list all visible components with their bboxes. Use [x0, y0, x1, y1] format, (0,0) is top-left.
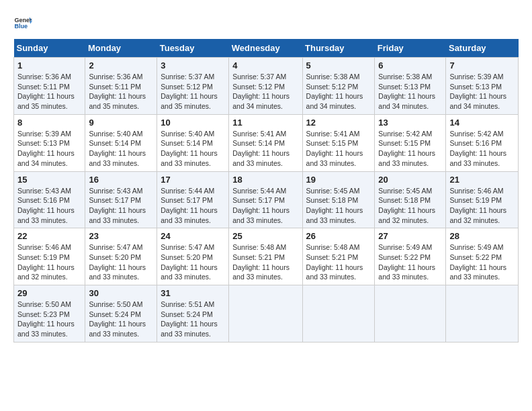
- calendar-cell: 24Sunrise: 5:47 AM Sunset: 5:20 PM Dayli…: [157, 228, 229, 285]
- day-info: Sunrise: 5:50 AM Sunset: 5:24 PM Dayligh…: [89, 300, 153, 339]
- weekday-header: Monday: [85, 39, 157, 58]
- weekday-header: Friday: [375, 39, 446, 58]
- calendar-cell: 8Sunrise: 5:39 AM Sunset: 5:13 PM Daylig…: [14, 114, 85, 171]
- calendar-cell: 21Sunrise: 5:46 AM Sunset: 5:19 PM Dayli…: [446, 171, 519, 228]
- calendar-cell: 18Sunrise: 5:44 AM Sunset: 5:17 PM Dayli…: [229, 171, 302, 228]
- day-info: Sunrise: 5:37 AM Sunset: 5:12 PM Dayligh…: [161, 72, 225, 111]
- day-info: Sunrise: 5:45 AM Sunset: 5:18 PM Dayligh…: [306, 186, 371, 226]
- calendar-cell: 11Sunrise: 5:41 AM Sunset: 5:14 PM Dayli…: [229, 114, 302, 171]
- day-number: 13: [378, 118, 442, 128]
- day-number: 21: [449, 175, 515, 185]
- day-info: Sunrise: 5:39 AM Sunset: 5:13 PM Dayligh…: [449, 72, 515, 111]
- empty-cell: [375, 285, 446, 342]
- calendar-cell: 19Sunrise: 5:45 AM Sunset: 5:18 PM Dayli…: [302, 171, 375, 228]
- calendar-cell: 14Sunrise: 5:42 AM Sunset: 5:16 PM Dayli…: [446, 114, 519, 171]
- calendar-cell: 31Sunrise: 5:51 AM Sunset: 5:24 PM Dayli…: [157, 285, 229, 342]
- day-number: 23: [89, 231, 153, 241]
- day-info: Sunrise: 5:50 AM Sunset: 5:23 PM Dayligh…: [17, 300, 81, 339]
- calendar-cell: 17Sunrise: 5:44 AM Sunset: 5:17 PM Dayli…: [157, 171, 229, 228]
- calendar-cell: 25Sunrise: 5:48 AM Sunset: 5:21 PM Dayli…: [229, 228, 302, 285]
- day-number: 31: [161, 288, 225, 298]
- calendar-cell: 12Sunrise: 5:41 AM Sunset: 5:15 PM Dayli…: [302, 114, 375, 171]
- day-number: 6: [378, 60, 442, 71]
- calendar-cell: 23Sunrise: 5:47 AM Sunset: 5:20 PM Dayli…: [85, 228, 157, 285]
- day-info: Sunrise: 5:47 AM Sunset: 5:20 PM Dayligh…: [89, 242, 153, 282]
- day-info: Sunrise: 5:43 AM Sunset: 5:17 PM Dayligh…: [89, 186, 153, 226]
- calendar-cell: 13Sunrise: 5:42 AM Sunset: 5:15 PM Dayli…: [375, 114, 446, 171]
- day-number: 25: [232, 231, 298, 241]
- day-info: Sunrise: 5:46 AM Sunset: 5:19 PM Dayligh…: [449, 186, 515, 226]
- day-number: 10: [161, 118, 225, 128]
- calendar-cell: 10Sunrise: 5:40 AM Sunset: 5:14 PM Dayli…: [157, 114, 229, 171]
- calendar-cell: 3Sunrise: 5:37 AM Sunset: 5:12 PM Daylig…: [157, 58, 229, 115]
- logo: General Blue: [13, 13, 32, 32]
- day-number: 20: [378, 175, 442, 185]
- day-number: 2: [89, 60, 153, 71]
- day-number: 12: [306, 118, 371, 128]
- empty-cell: [446, 285, 519, 342]
- day-info: Sunrise: 5:44 AM Sunset: 5:17 PM Dayligh…: [161, 186, 225, 226]
- calendar-table: SundayMondayTuesdayWednesdayThursdayFrid…: [13, 39, 519, 342]
- day-info: Sunrise: 5:42 AM Sunset: 5:16 PM Dayligh…: [449, 129, 515, 169]
- calendar-cell: 1Sunrise: 5:36 AM Sunset: 5:11 PM Daylig…: [14, 58, 85, 115]
- calendar-cell: 5Sunrise: 5:38 AM Sunset: 5:12 PM Daylig…: [302, 58, 375, 115]
- calendar-cell: 7Sunrise: 5:39 AM Sunset: 5:13 PM Daylig…: [446, 58, 519, 115]
- calendar-cell: 29Sunrise: 5:50 AM Sunset: 5:23 PM Dayli…: [14, 285, 85, 342]
- day-number: 3: [161, 60, 225, 71]
- calendar-cell: 27Sunrise: 5:49 AM Sunset: 5:22 PM Dayli…: [375, 228, 446, 285]
- weekday-header: Thursday: [302, 39, 375, 58]
- day-info: Sunrise: 5:48 AM Sunset: 5:21 PM Dayligh…: [232, 242, 298, 282]
- day-info: Sunrise: 5:37 AM Sunset: 5:12 PM Dayligh…: [232, 72, 298, 111]
- day-number: 22: [17, 231, 81, 241]
- day-info: Sunrise: 5:38 AM Sunset: 5:12 PM Dayligh…: [306, 72, 371, 111]
- calendar-cell: 20Sunrise: 5:45 AM Sunset: 5:18 PM Dayli…: [375, 171, 446, 228]
- day-number: 5: [306, 60, 371, 71]
- weekday-header: Tuesday: [157, 39, 229, 58]
- calendar-cell: 6Sunrise: 5:38 AM Sunset: 5:13 PM Daylig…: [375, 58, 446, 115]
- day-info: Sunrise: 5:36 AM Sunset: 5:11 PM Dayligh…: [17, 72, 81, 111]
- day-info: Sunrise: 5:44 AM Sunset: 5:17 PM Dayligh…: [232, 186, 298, 226]
- day-info: Sunrise: 5:46 AM Sunset: 5:19 PM Dayligh…: [17, 242, 81, 282]
- weekday-header: Saturday: [446, 39, 519, 58]
- day-number: 8: [17, 118, 81, 128]
- calendar-cell: 9Sunrise: 5:40 AM Sunset: 5:14 PM Daylig…: [85, 114, 157, 171]
- day-info: Sunrise: 5:43 AM Sunset: 5:16 PM Dayligh…: [17, 186, 81, 226]
- weekday-header: Wednesday: [229, 39, 302, 58]
- day-info: Sunrise: 5:41 AM Sunset: 5:15 PM Dayligh…: [306, 129, 371, 169]
- empty-cell: [229, 285, 302, 342]
- day-number: 18: [232, 175, 298, 185]
- day-info: Sunrise: 5:40 AM Sunset: 5:14 PM Dayligh…: [89, 129, 153, 169]
- logo-icon: General Blue: [13, 13, 32, 32]
- day-number: 11: [232, 118, 298, 128]
- day-info: Sunrise: 5:47 AM Sunset: 5:20 PM Dayligh…: [161, 242, 225, 282]
- day-number: 26: [306, 231, 371, 241]
- day-info: Sunrise: 5:36 AM Sunset: 5:11 PM Dayligh…: [89, 72, 153, 111]
- page-header: General Blue: [13, 13, 519, 32]
- day-number: 4: [232, 60, 298, 71]
- day-number: 7: [449, 60, 515, 71]
- day-number: 16: [89, 175, 153, 185]
- day-number: 19: [306, 175, 371, 185]
- day-info: Sunrise: 5:48 AM Sunset: 5:21 PM Dayligh…: [306, 242, 371, 282]
- calendar-cell: 4Sunrise: 5:37 AM Sunset: 5:12 PM Daylig…: [229, 58, 302, 115]
- day-number: 14: [449, 118, 515, 128]
- day-info: Sunrise: 5:49 AM Sunset: 5:22 PM Dayligh…: [449, 242, 515, 282]
- calendar-cell: 28Sunrise: 5:49 AM Sunset: 5:22 PM Dayli…: [446, 228, 519, 285]
- day-number: 30: [89, 288, 153, 298]
- day-number: 27: [378, 231, 442, 241]
- calendar-cell: 30Sunrise: 5:50 AM Sunset: 5:24 PM Dayli…: [85, 285, 157, 342]
- day-info: Sunrise: 5:49 AM Sunset: 5:22 PM Dayligh…: [378, 242, 442, 282]
- day-info: Sunrise: 5:45 AM Sunset: 5:18 PM Dayligh…: [378, 186, 442, 226]
- day-number: 9: [89, 118, 153, 128]
- weekday-header: Sunday: [14, 39, 85, 58]
- day-number: 24: [161, 231, 225, 241]
- calendar-cell: 15Sunrise: 5:43 AM Sunset: 5:16 PM Dayli…: [14, 171, 85, 228]
- day-info: Sunrise: 5:40 AM Sunset: 5:14 PM Dayligh…: [161, 129, 225, 169]
- empty-cell: [302, 285, 375, 342]
- svg-text:Blue: Blue: [14, 23, 28, 30]
- calendar-cell: 2Sunrise: 5:36 AM Sunset: 5:11 PM Daylig…: [85, 58, 157, 115]
- calendar-cell: 16Sunrise: 5:43 AM Sunset: 5:17 PM Dayli…: [85, 171, 157, 228]
- day-info: Sunrise: 5:51 AM Sunset: 5:24 PM Dayligh…: [161, 300, 225, 339]
- day-number: 1: [17, 60, 81, 71]
- day-info: Sunrise: 5:41 AM Sunset: 5:14 PM Dayligh…: [232, 129, 298, 169]
